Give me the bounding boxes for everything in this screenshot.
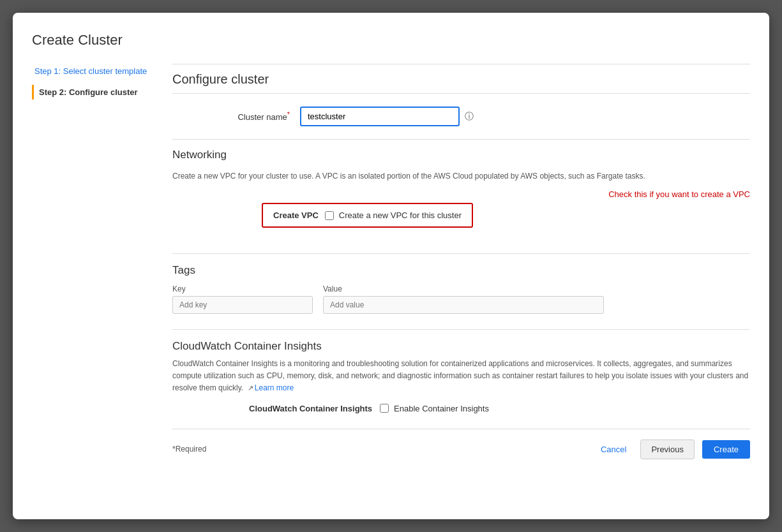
configure-cluster-title: Configure cluster — [172, 64, 750, 94]
cloudwatch-desc: CloudWatch Container Insights is a monit… — [172, 358, 750, 395]
vpc-annotation: Check this if you want to create a VPC — [172, 189, 750, 199]
content-area: Step 1: Select cluster template Step 2: … — [32, 64, 750, 506]
create-vpc-label: Create VPC — [273, 211, 319, 220]
cluster-name-row: Cluster name* ⓘ — [172, 107, 750, 126]
cloudwatch-section: CloudWatch Container Insights CloudWatch… — [172, 329, 750, 413]
sidebar-step-1[interactable]: Step 1: Select cluster template — [32, 64, 160, 78]
create-cluster-window: Create Cluster Step 1: Select cluster te… — [13, 13, 769, 519]
key-header: Key — [172, 284, 313, 293]
cloudwatch-insights-label: CloudWatch Container Insights — [249, 404, 372, 413]
cloudwatch-title: CloudWatch Container Insights — [172, 340, 750, 353]
tags-headers: Key Value — [172, 284, 750, 296]
tags-section: Tags Key Value — [172, 253, 750, 314]
create-vpc-checkbox[interactable] — [325, 211, 334, 220]
networking-section: Networking Create a new VPC for your clu… — [172, 139, 750, 238]
page-title: Create Cluster — [32, 32, 750, 48]
cancel-button[interactable]: Cancel — [594, 441, 633, 458]
sidebar-step-2: Step 2: Configure cluster — [32, 85, 160, 100]
networking-title: Networking — [172, 149, 750, 165]
info-icon[interactable]: ⓘ — [465, 111, 474, 122]
value-header: Value — [323, 284, 604, 293]
cloudwatch-insights-checkbox[interactable] — [380, 404, 389, 413]
tag-key-input[interactable] — [172, 296, 313, 314]
main-content: Configure cluster Cluster name* ⓘ Networ… — [172, 64, 750, 506]
cloudwatch-insights-row: CloudWatch Container Insights Enable Con… — [249, 404, 750, 413]
previous-button[interactable]: Previous — [640, 440, 695, 459]
required-note: *Required — [172, 445, 206, 454]
cluster-name-input[interactable] — [300, 107, 460, 126]
external-link-icon: ↗ — [248, 384, 253, 392]
tags-input-row — [172, 296, 750, 314]
create-button[interactable]: Create — [702, 440, 750, 459]
tags-title: Tags — [172, 264, 750, 277]
vpc-box: Create VPC Create a new VPC for this clu… — [262, 203, 473, 228]
networking-desc: Create a new VPC for your cluster to use… — [172, 170, 750, 182]
footer: *Required Cancel Previous Create — [172, 429, 750, 459]
footer-buttons: Cancel Previous Create — [594, 440, 750, 459]
create-vpc-text: Create a new VPC for this cluster — [339, 211, 462, 220]
sidebar: Step 1: Select cluster template Step 2: … — [32, 64, 172, 506]
cloudwatch-insights-text: Enable Container Insights — [394, 404, 489, 413]
learn-more-link[interactable]: Learn more — [255, 383, 294, 392]
cluster-name-label: Cluster name* — [172, 110, 300, 122]
tag-value-input[interactable] — [323, 296, 604, 314]
